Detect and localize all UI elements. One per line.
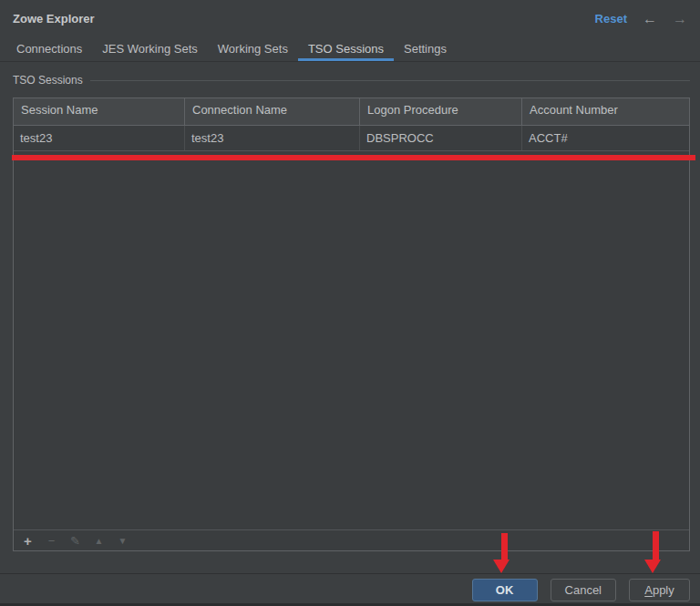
column-header-session-name[interactable]: Session Name [14, 98, 185, 125]
tab-working-sets[interactable]: Working Sets [208, 38, 298, 61]
page-title: Zowe Explorer [13, 12, 95, 26]
table-empty-area [14, 151, 689, 529]
tab-settings[interactable]: Settings [394, 38, 457, 61]
apply-button[interactable]: Apply [629, 579, 690, 601]
column-header-logon-procedure[interactable]: Logon Procedure [360, 98, 522, 125]
column-header-account-number[interactable]: Account Number [522, 98, 691, 125]
section-title: TSO Sessions [13, 74, 83, 87]
title-actions: Reset ← → [595, 12, 687, 26]
table-row[interactable]: test23 test23 DBSPROCC ACCT# [14, 126, 689, 151]
back-arrow-icon[interactable]: ← [643, 13, 657, 26]
reset-link[interactable]: Reset [595, 12, 627, 26]
cell-session-name[interactable]: test23 [14, 126, 185, 150]
cell-logon-procedure[interactable]: DBSPROCC [360, 126, 522, 150]
apply-label-rest: pply [653, 583, 674, 597]
section-header: TSO Sessions [13, 74, 690, 87]
tab-jes-working-sets[interactable]: JES Working Sets [92, 38, 208, 61]
table-header-row: Session Name Connection Name Logon Proce… [14, 98, 689, 126]
arrow-head [644, 560, 661, 573]
tso-sessions-table-panel: Session Name Connection Name Logon Proce… [13, 98, 690, 551]
dialog-button-bar: OK Cancel Apply [0, 573, 700, 606]
section-divider [90, 80, 690, 81]
arrow-head [493, 560, 510, 573]
move-up-icon[interactable]: ▲ [93, 535, 105, 547]
tab-connections[interactable]: Connections [6, 38, 92, 61]
cancel-button[interactable]: Cancel [551, 579, 616, 601]
remove-icon[interactable]: − [46, 535, 57, 547]
edit-pencil-icon[interactable]: ✎ [69, 535, 81, 547]
move-down-icon[interactable]: ▼ [117, 535, 129, 547]
forward-arrow-icon[interactable]: → [673, 13, 687, 26]
ok-button[interactable]: OK [472, 579, 538, 601]
table-toolbar: + − ✎ ▲ ▼ [14, 529, 689, 550]
column-header-connection-name[interactable]: Connection Name [185, 98, 360, 125]
arrow-shaft [501, 533, 508, 560]
annotation-red-underline [12, 155, 695, 160]
arrow-shaft [653, 531, 659, 560]
tab-bar: Connections JES Working Sets Working Set… [0, 38, 700, 62]
add-icon[interactable]: + [22, 535, 34, 547]
cell-connection-name[interactable]: test23 [185, 126, 360, 150]
apply-mnemonic: A [644, 583, 653, 597]
tab-tso-sessions[interactable]: TSO Sessions [298, 38, 394, 61]
cell-account-number[interactable]: ACCT# [522, 126, 691, 150]
